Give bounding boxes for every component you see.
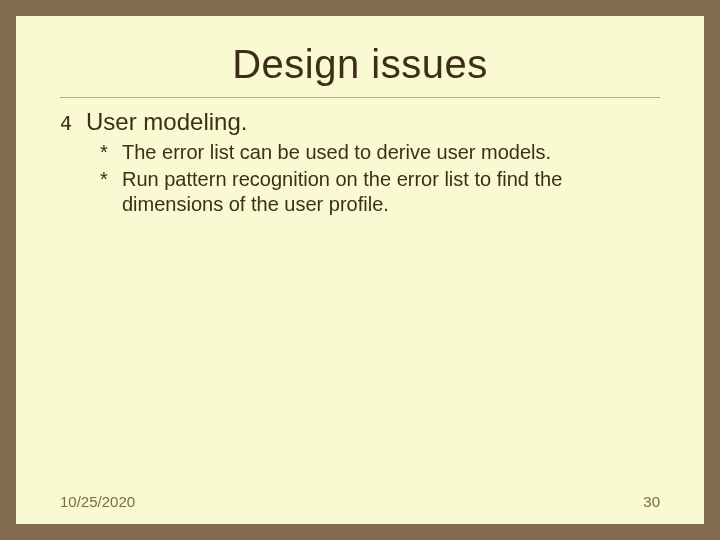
bullet-text: User modeling. [86, 108, 247, 136]
slide-footer: 10/25/2020 30 [60, 493, 660, 510]
list-item: * Run pattern recognition on the error l… [100, 167, 660, 217]
sub-item-text: Run pattern recognition on the error lis… [122, 167, 660, 217]
slide-frame: Design issues 4 User modeling. * The err… [0, 0, 720, 540]
bullet-marker-icon: 4 [60, 113, 78, 133]
list-item: * The error list can be used to derive u… [100, 140, 660, 165]
bullet-level-1: 4 User modeling. [60, 108, 660, 136]
sub-bullet-list: * The error list can be used to derive u… [100, 140, 660, 217]
title-divider [60, 97, 660, 98]
asterisk-icon: * [100, 140, 114, 165]
footer-page-number: 30 [643, 493, 660, 510]
slide-title: Design issues [60, 42, 660, 87]
asterisk-icon: * [100, 167, 114, 217]
sub-item-text: The error list can be used to derive use… [122, 140, 551, 165]
slide-body: Design issues 4 User modeling. * The err… [16, 16, 704, 524]
footer-date: 10/25/2020 [60, 493, 135, 510]
